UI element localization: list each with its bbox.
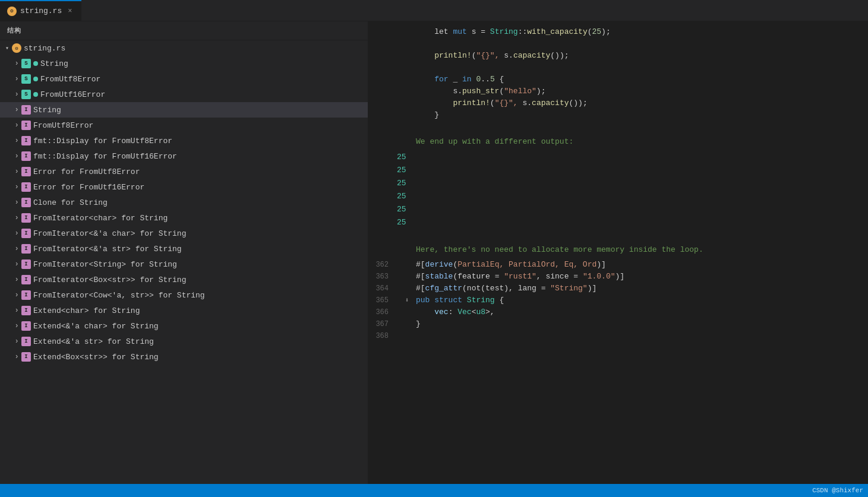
chevron-icon <box>12 229 21 238</box>
sidebar-item-fromutf8error-impl[interactable]: IFromUtf8Error <box>0 118 368 133</box>
impl-icon: I <box>21 352 31 362</box>
code-token: with_capacity <box>527 27 587 36</box>
chevron-icon <box>12 213 21 223</box>
line-number: 366 <box>368 306 398 318</box>
status-bar: CSDN @Shixfer <box>0 484 868 497</box>
chevron-icon <box>12 306 21 315</box>
impl-icon: I <box>21 337 31 346</box>
code-token: struct <box>434 296 462 305</box>
code-token: ); <box>601 27 611 36</box>
code-token: )] <box>615 272 624 281</box>
output-line: 25 <box>368 177 868 190</box>
code-line: 368 <box>368 330 868 342</box>
chevron-icon <box>12 290 21 300</box>
sidebar-item-root[interactable]: ⚙string.rs <box>0 40 368 56</box>
line-content: } <box>416 318 868 330</box>
code-token: ); <box>536 87 546 96</box>
sidebar-item-label: Extend<&'a str> for String <box>33 337 154 346</box>
sidebar-item-label: Error for FromUtf8Error <box>33 167 140 176</box>
code-token: { <box>495 75 504 84</box>
line-content: for _ in 0..5 { <box>416 74 868 86</box>
code-token <box>416 308 434 316</box>
code-token: "String" <box>550 284 587 293</box>
sidebar-item-error-fromutf8error[interactable]: IError for FromUtf8Error <box>0 164 368 179</box>
code-token: String <box>467 296 495 305</box>
code-token: { <box>495 296 504 305</box>
code-token: vec <box>434 308 448 316</box>
code-token: :: <box>518 27 528 36</box>
code-line <box>368 121 868 133</box>
code-token: String <box>490 27 518 36</box>
sidebar-item-label: String <box>33 106 61 115</box>
sidebar-item-label: FromUtf8Error <box>33 121 93 130</box>
chevron-icon <box>12 121 21 130</box>
sidebar-item-label: FromIterator<&'a char> for String <box>33 229 186 238</box>
impl-icon: I <box>21 290 31 300</box>
code-token: u8 <box>476 308 485 316</box>
impl-icon: I <box>21 182 31 192</box>
tab-string-rs[interactable]: ⚙ string.rs × <box>0 0 81 21</box>
output-line: 25 <box>368 151 868 164</box>
sidebar-item-label: Extend<char> for String <box>33 306 140 315</box>
file-icon: ⚙ <box>12 43 21 53</box>
sidebar-item-fromiter-box-str[interactable]: IFromIterator<Box<str>> for String <box>0 272 368 287</box>
line-number: 365 <box>368 295 398 306</box>
sidebar-item-label: Extend<Box<str>> for String <box>33 353 159 362</box>
sidebar-item-label: FromUtf16Error <box>40 90 105 99</box>
sidebar-item-string-struct[interactable]: SString <box>0 56 368 71</box>
chevron-icon <box>12 136 21 145</box>
tab-bar: ⚙ string.rs × <box>0 0 868 21</box>
impl-icon: I <box>21 306 31 315</box>
chevron-icon <box>12 321 21 331</box>
code-token: (feature = <box>453 272 504 281</box>
code-line: 367} <box>368 318 868 330</box>
impl-icon: I <box>21 105 31 115</box>
code-token: "rust1" <box>504 272 536 281</box>
chevron-icon <box>12 275 21 284</box>
chevron-icon <box>12 244 21 254</box>
code-token: _ <box>449 75 462 84</box>
code-token: ()); <box>569 99 588 107</box>
impl-icon: I <box>21 321 31 331</box>
editor-content[interactable]: let mut s = String::with_capacity(25); p… <box>368 21 868 484</box>
struct-icon: S <box>21 74 31 84</box>
code-token: .. <box>481 75 490 84</box>
sidebar-item-display-fromutf16error[interactable]: Ifmt::Display for FromUtf16Error <box>0 148 368 164</box>
tab-close-button[interactable]: × <box>65 6 74 17</box>
sidebar-item-display-fromutf8error[interactable]: Ifmt::Display for FromUtf8Error <box>0 133 368 148</box>
sidebar-item-fromiter-char[interactable]: IFromIterator<char> for String <box>0 210 368 226</box>
sidebar-tree[interactable]: ⚙string.rsSStringSFromUtf8ErrorSFromUtf1… <box>0 40 368 484</box>
sidebar-item-error-fromutf16error[interactable]: IError for FromUtf16Error <box>0 179 368 195</box>
sidebar-item-label: FromIterator<char> for String <box>33 214 168 223</box>
code-line: 363#[stable(feature = "rust1", since = "… <box>368 271 868 283</box>
sidebar-item-fromiter-string[interactable]: IFromIterator<String> for String <box>0 257 368 272</box>
sidebar-item-extend-box-str[interactable]: IExtend<Box<str>> for String <box>0 349 368 365</box>
sidebar-item-fromiter-char-ref[interactable]: IFromIterator<&'a char> for String <box>0 226 368 241</box>
sidebar-item-fromiter-str-ref[interactable]: IFromIterator<&'a str> for String <box>0 241 368 257</box>
sidebar-item-clone-string[interactable]: IClone for String <box>0 195 368 210</box>
line-content: #[derive(PartialEq, PartialOrd, Eq, Ord)… <box>416 259 868 271</box>
sidebar-item-fromiter-cow[interactable]: IFromIterator<Cow<'a, str>> for String <box>0 287 368 303</box>
code-token: #[ <box>416 272 425 281</box>
sidebar-item-label: fmt::Display for FromUtf16Error <box>33 152 177 161</box>
code-line <box>368 62 868 74</box>
code-token: ( <box>588 27 592 36</box>
sidebar-item-fromutf8error-struct[interactable]: SFromUtf8Error <box>0 71 368 87</box>
code-token: #[ <box>416 260 425 269</box>
line-content: println!("{}", s.capacity()); <box>416 97 868 109</box>
line-content: vec: Vec<u8>, <box>416 306 868 318</box>
sidebar-title: 结构 <box>0 21 368 40</box>
tab-file-icon: ⚙ <box>7 7 17 16</box>
sidebar-item-string-impl[interactable]: IString <box>0 102 368 118</box>
comment-line: We end up with a different output: <box>368 133 868 151</box>
sidebar-item-extend-str-ref[interactable]: IExtend<&'a str> for String <box>0 334 368 349</box>
line-number: 367 <box>368 318 398 330</box>
code-token: 25 <box>592 27 602 36</box>
sidebar-item-extend-char-ref[interactable]: IExtend<&'a char> for String <box>0 318 368 334</box>
sidebar-item-extend-char[interactable]: IExtend<char> for String <box>0 303 368 318</box>
line-content: println!("{}", s.capacity()); <box>416 50 868 62</box>
code-token <box>416 51 434 60</box>
code-token: "{}", <box>495 99 518 107</box>
sidebar-item-fromutf16error-struct[interactable]: SFromUtf16Error <box>0 87 368 102</box>
code-line: 366 vec: Vec<u8>, <box>368 306 868 318</box>
